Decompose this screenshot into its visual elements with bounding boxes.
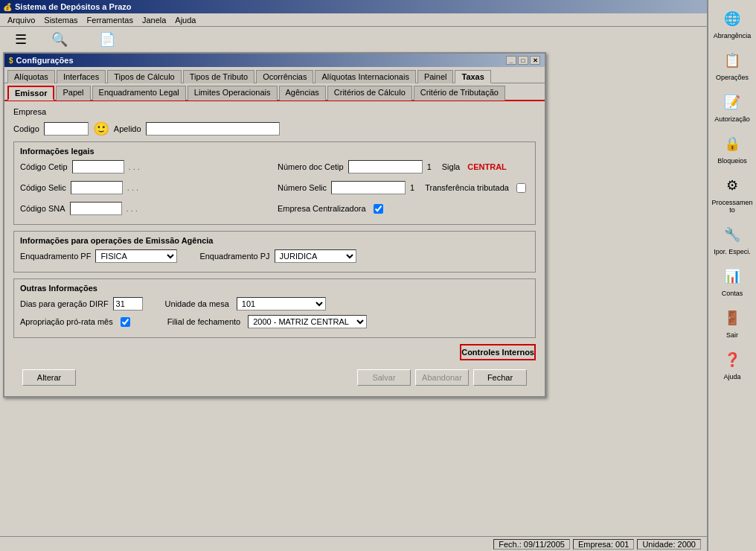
smiley-icon: 🙂 [93, 121, 109, 137]
enquadramento-pj-select[interactable]: JURIDICA FISICA [275, 249, 356, 263]
codigo-sna-label: Código SNA [20, 204, 65, 213]
ajuda-label: Ajuda [711, 373, 753, 380]
sidebar-autorizacao[interactable]: 📝 Autorização [711, 86, 754, 127]
dialog-maximize[interactable]: □ [518, 56, 528, 65]
empresa-status-value: 001 [615, 540, 629, 549]
salvar-button[interactable]: Salvar [357, 369, 411, 386]
apropriacao-checkbox[interactable] [121, 317, 130, 327]
tab-criterios-calculo[interactable]: Critérios de Cálculo [327, 86, 412, 101]
empresa-centralizadora-checkbox[interactable] [374, 204, 383, 214]
informacoes-emissao-section: Informações para operações de Emissão Ag… [13, 231, 536, 273]
codigo-cetip-row: Código Cetip . . . [20, 160, 272, 173]
sidebar-processamento[interactable]: ⚙ Processamento [711, 170, 754, 217]
unidade-mesa-label: Unidade da mesa [165, 299, 229, 308]
unidade-status-value: 2000 [678, 540, 696, 549]
unidade-mesa-select[interactable]: 101 102 [237, 297, 326, 310]
apropriacao-label: Apropriação pró-rata mês [20, 317, 113, 326]
empresa-status-label: Empresa: [578, 540, 613, 549]
tab-aliquotas[interactable]: Alíquotas [7, 70, 55, 83]
numero-selic-label: Número Selic [278, 183, 327, 192]
numero-doc-cetip-label: Número doc Cetip [278, 162, 344, 171]
ipor-especi-icon: 🔧 [720, 223, 744, 246]
sidebar-sair[interactable]: 🚪 Sair [711, 302, 754, 343]
app-title-bar: 💰 Sistema de Depósitos a Prazo _ □ ✕ [0, 0, 756, 13]
controles-row: Controles Internos [13, 344, 536, 360]
tab-papel[interactable]: Papel [56, 86, 90, 101]
bloqueios-icon: 🔒 [720, 132, 744, 156]
tab-interfaces[interactable]: Interfaces [57, 70, 106, 83]
sidebar-bloqueios[interactable]: 🔒 Bloqueios [711, 128, 754, 168]
sigla-value: CENTRAL [467, 162, 507, 171]
tab-emissor[interactable]: Emissor [7, 86, 54, 101]
tab-limites-operacionais[interactable]: Limites Operacionais [188, 86, 278, 101]
sidebar-abrangencia[interactable]: 🌐 Abrangência [711, 3, 754, 43]
sidebar-contas[interactable]: 📊 Contas [711, 261, 754, 301]
tab-aliquotas-int[interactable]: Alíquotas Internacionais [315, 70, 415, 83]
codigo-sna-input[interactable] [70, 202, 122, 215]
transferencia-tributada-checkbox[interactable] [516, 183, 526, 193]
tab-tipos-calculo[interactable]: Tipos de Cálculo [107, 70, 182, 83]
codigo-cetip-label: Código Cetip [20, 162, 68, 171]
dialog-minimize[interactable]: _ [506, 56, 516, 65]
filial-fechamento-select[interactable]: 2000 - MATRIZ CENTRAL [248, 315, 367, 328]
menu-bar: Arquivo Sistemas Ferramentas Janela Ajud… [0, 13, 756, 27]
transferencia-tributada-label: Transferência tributada [425, 183, 509, 192]
status-empresa: Empresa: 001 [573, 539, 635, 550]
abandonar-button[interactable]: Abandonar [415, 369, 469, 386]
menu-ferramentas[interactable]: Ferramentas [83, 13, 138, 26]
menu-arquivo[interactable]: Arquivo [3, 13, 39, 26]
sidebar-ipor-especi[interactable]: 🔧 Ipor. Especi. [711, 219, 754, 259]
numero-doc-cetip-input[interactable] [348, 160, 423, 173]
numero-selic-input[interactable] [331, 181, 406, 194]
config-dialog: $ Configurações _ □ ✕ Alíquotas Interfac… [3, 52, 546, 398]
status-bar: Fech.: 09/11/2005 Empresa: 001 Unidade: … [0, 536, 707, 551]
enquadramento-pf-label: Enquadramento PF [20, 252, 91, 261]
sidebar-operacoes[interactable]: 📋 Operações [711, 45, 754, 85]
menu-janela[interactable]: Janela [138, 13, 170, 26]
codigo-input[interactable] [44, 122, 89, 136]
unidade-status-label: Unidade: [642, 540, 675, 549]
informacoes-legais-section: Informações legais Código Cetip . . . Nú… [13, 141, 536, 225]
apropriacao-row: Apropriação pró-rata mês Filial de fecha… [20, 315, 529, 328]
sair-label: Sair [711, 331, 753, 339]
status-info: Fech.: 09/11/2005 Empresa: 001 Unidade: … [493, 539, 701, 550]
fechar-button[interactable]: Fechar [473, 369, 527, 386]
sigla-label: Sigla [442, 162, 460, 171]
tab-tipos-tributo[interactable]: Tipos de Tributo [183, 70, 254, 83]
tab-painel[interactable]: Painel [417, 70, 454, 83]
tab-criterio-tributacao[interactable]: Critério de Tributação [414, 86, 505, 101]
tab-ocorrencias[interactable]: Ocorrências [256, 70, 313, 83]
dialog-icon: $ [9, 57, 13, 65]
criar-relatorio-icon: 📄 [97, 29, 118, 50]
codigo-sna-row: Código SNA . . . [20, 202, 272, 215]
dialog-close[interactable]: ✕ [530, 56, 540, 65]
main-content: $ Configurações _ □ ✕ Alíquotas Interfac… [0, 49, 707, 551]
controles-internos-button[interactable]: Controles Internos [460, 344, 536, 360]
tab-enquadramento-legal[interactable]: Enquadramento Legal [92, 86, 186, 101]
menu-sistemas[interactable]: Sistemas [39, 13, 82, 26]
empresa-label: Empresa [13, 107, 46, 116]
tab-taxas[interactable]: Taxas [455, 70, 490, 83]
form-area: Empresa Codigo 🙂 Apelido Informações leg… [4, 101, 545, 396]
codigo-cetip-input[interactable] [72, 160, 124, 173]
bottom-buttons: Alterar Salvar Abandonar Fechar [13, 365, 536, 390]
sidebar-ajuda[interactable]: ❓ Ajuda [711, 344, 754, 384]
cetip-dots: . . . [129, 162, 140, 171]
tab-agencias[interactable]: Agências [279, 86, 326, 101]
menu-ajuda[interactable]: Ajuda [170, 13, 200, 26]
fech-label: Fech.: [499, 540, 522, 549]
apelido-input[interactable] [146, 122, 280, 136]
codigo-selic-input[interactable] [71, 181, 123, 194]
empresa-centralizadora-label: Empresa Centralizadora [278, 204, 366, 213]
operacoes-label: Operações [711, 74, 753, 81]
alterar-button[interactable]: Alterar [22, 369, 76, 386]
apelido-label: Apelido [114, 124, 141, 133]
enquadramento-pf-select[interactable]: FISICA JURIDICA [95, 249, 177, 263]
enquadramento-pj-label: Enquadramento PJ [199, 252, 269, 261]
localizar-icon: 🔍 [49, 29, 70, 50]
contas-label: Contas [711, 290, 753, 297]
empresa-centralizadora-row: Empresa Centralizadora [278, 202, 529, 215]
dias-dirf-input[interactable] [113, 297, 143, 310]
app-title: Sistema de Depósitos a Prazo [15, 2, 132, 11]
num-doc-cetip-suffix: 1 [427, 162, 432, 171]
